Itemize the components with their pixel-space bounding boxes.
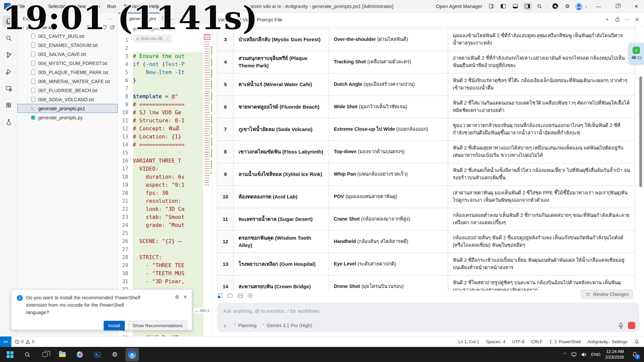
review-changes-button[interactable]: Review Changes: [581, 289, 633, 299]
menu-edit[interactable]: Edit: [29, 2, 44, 10]
panel-scrollbar[interactable]: [639, 76, 642, 187]
model-selector[interactable]: ⌃Gemini 3.1 Pro (High): [262, 323, 312, 328]
antigravity-settings[interactable]: Antigravity - Settings: [588, 339, 628, 344]
task-view-icon[interactable]: [38, 348, 52, 361]
explorer-more-icon[interactable]: ···: [107, 16, 113, 21]
microphone-icon[interactable]: [618, 322, 624, 329]
file-item-003_SALIVA_CAVE.txt[interactable]: 003_SALIVA_CAVE.txt: [17, 50, 118, 59]
mode-selector[interactable]: ⌃Planning: [233, 323, 257, 328]
notifications-bell-icon[interactable]: [634, 339, 639, 344]
toggle-secondary-sidebar-icon[interactable]: [523, 2, 532, 10]
menu-run[interactable]: Run: [104, 2, 119, 10]
taskbar-search-icon[interactable]: [21, 348, 34, 361]
breadcrumb[interactable]: >_ generate_prompts.ps1: [118, 24, 212, 33]
explorer-icon[interactable]: [2, 15, 15, 27]
file-item-001_CAVITY_BUG.txt[interactable]: 001_CAVITY_BUG.txt: [17, 32, 118, 41]
install-button[interactable]: Install: [104, 321, 125, 330]
workspace-root-folder[interactable]: prom vdo ai tx: [17, 24, 118, 31]
inline-hint[interactable]: ct Shift+Alt+⌧ ⤢: [133, 36, 171, 42]
file-item-007_FLUORIDE_BEACH.txt[interactable]: 007_FLUORIDE_BEACH.txt: [17, 86, 118, 95]
restore-button[interactable]: [610, 0, 625, 13]
network-icon[interactable]: [571, 352, 577, 357]
errors-indicator[interactable]: 0: [15, 339, 23, 344]
start-button[interactable]: [3, 348, 17, 361]
expand-icon[interactable]: ⤢: [165, 37, 169, 41]
account-avatar[interactable]: [575, 3, 583, 10]
notification-center[interactable]: 2: [629, 348, 641, 361]
volume-icon[interactable]: [581, 352, 586, 357]
encoding[interactable]: UTF-8: [512, 339, 525, 344]
tab-generate-prompts-ps1[interactable]: >_ generate_pro: [118, 13, 160, 24]
refresh-icon[interactable]: [102, 25, 107, 30]
extensions-icon[interactable]: [2, 99, 15, 111]
file-item-005_PLAQUE_THEME_PARK.txt[interactable]: 005_PLAQUE_THEME_PARK.txt: [17, 68, 118, 77]
minimize-button[interactable]: —: [591, 0, 606, 13]
new-file-icon[interactable]: [86, 25, 91, 30]
code-line: 25: [118, 229, 203, 237]
minimap[interactable]: [203, 33, 212, 336]
inbox-icon[interactable]: [237, 293, 243, 299]
warnings-indicator[interactable]: 0: [25, 339, 34, 344]
account-chevron-down-icon[interactable]: ⌄: [585, 4, 588, 8]
open-agent-manager-button[interactable]: Open Agent Manager: [436, 4, 482, 9]
minimap-slider[interactable]: [204, 34, 210, 40]
menu-file[interactable]: File: [14, 2, 28, 10]
search-icon[interactable]: [535, 2, 544, 10]
editor-more-actions-icon[interactable]: ···: [187, 15, 192, 21]
menu-selection[interactable]: Selection: [45, 2, 71, 10]
chrome-icon[interactable]: [73, 348, 87, 361]
terminal-attachment-icon[interactable]: [227, 293, 233, 299]
file-item-002_ENAMEL_STADIUM.txt[interactable]: 002_ENAMEL_STADIUM.txt: [17, 41, 118, 50]
customize-layout-icon[interactable]: [487, 2, 496, 10]
toggle-sidebar-icon[interactable]: [499, 2, 508, 10]
indentation[interactable]: Spaces: 4: [486, 339, 505, 344]
language-indicator[interactable]: ENG: [591, 352, 600, 357]
new-folder-icon[interactable]: [94, 25, 99, 30]
split-editor-icon[interactable]: [162, 16, 167, 20]
collapse-all-icon[interactable]: [110, 25, 115, 30]
remote-indicator[interactable]: ><: [0, 337, 11, 347]
menu-help[interactable]: Help: [146, 2, 162, 10]
navigate-back-icon[interactable]: ←: [170, 15, 175, 21]
modified-file-icon[interactable]: [217, 293, 223, 299]
show-recommendations-button[interactable]: Show Recommendations: [128, 321, 187, 330]
file-explorer-icon[interactable]: [56, 348, 69, 361]
file-item-006_MINERAL_WATER_CAFE.txt[interactable]: 006_MINERAL_WATER_CAFE.txt: [17, 77, 118, 86]
file-item-generate_prompts.py[interactable]: generate_prompts.py: [17, 113, 118, 122]
settings-gear-icon[interactable]: ⚙: [563, 2, 572, 10]
eol-sequence[interactable]: CRLF: [531, 339, 543, 344]
file-item-004_MYSTIC_GUM_FOREST.txt[interactable]: 004_MYSTIC_GUM_FOREST.txt: [17, 59, 118, 68]
chat-input[interactable]: Ask anything, @ to mention, / for workfl…: [217, 303, 639, 332]
notification-gear-icon[interactable]: ⚙: [175, 294, 179, 300]
browser-icon[interactable]: [551, 2, 560, 10]
menu-view[interactable]: View: [72, 2, 89, 10]
add-context-icon[interactable]: ＋: [222, 322, 228, 329]
terminal-app-icon[interactable]: >_: [91, 348, 104, 361]
remote-explorer-icon[interactable]: [2, 82, 15, 95]
menu-go[interactable]: Go: [90, 2, 103, 10]
source-control-icon[interactable]: [2, 49, 15, 61]
navigate-forward-icon[interactable]: →: [179, 15, 184, 21]
history-icon[interactable]: [615, 17, 620, 22]
menu-terminal[interactable]: Terminal: [120, 2, 145, 10]
stop-button[interactable]: [628, 322, 635, 329]
battery-widget[interactable]: ✓ 46: [629, 43, 644, 64]
notification-close-icon[interactable]: ✕: [183, 294, 187, 300]
tray-chevron-up-icon[interactable]: ⌃: [563, 352, 567, 357]
clock[interactable]: 12:24 AM 2/23/2026: [605, 349, 624, 360]
panel-more-icon[interactable]: ···: [625, 17, 630, 23]
windows-settings-icon[interactable]: ⚙: [108, 348, 121, 361]
language-mode[interactable]: { }PowerShell: [549, 339, 581, 344]
cursor-position[interactable]: Ln 1, Col 1: [458, 339, 479, 344]
close-button[interactable]: ✕: [629, 0, 644, 13]
antigravity-app-icon[interactable]: A: [125, 348, 139, 361]
toggle-panel-icon[interactable]: [511, 2, 520, 10]
browser-attachment-icon[interactable]: [247, 293, 253, 299]
run-debug-icon[interactable]: [2, 66, 15, 78]
file-item-008_SODA_VOLCANO.txt[interactable]: 008_SODA_VOLCANO.txt: [17, 95, 118, 104]
search-sidebar-icon[interactable]: [2, 32, 15, 44]
new-conversation-icon[interactable]: ＋: [605, 16, 610, 23]
file-item-generate_prompts.ps1[interactable]: >_generate_prompts.ps1: [17, 104, 118, 113]
testing-flask-icon[interactable]: [2, 116, 15, 128]
panel-close-icon[interactable]: ✕: [635, 16, 639, 23]
